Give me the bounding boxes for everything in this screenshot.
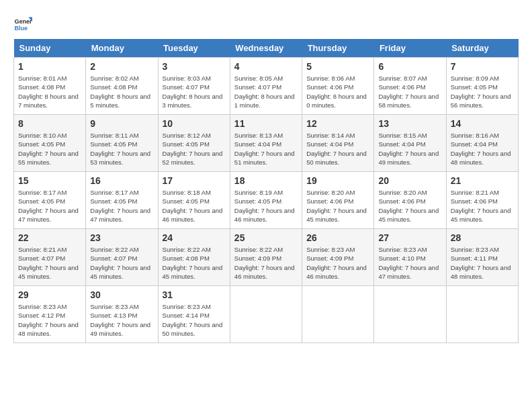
calendar-cell: 11 Sunrise: 8:13 AMSunset: 4:04 PMDaylig… (230, 115, 302, 172)
day-number: 28 (451, 232, 514, 243)
day-number: 19 (306, 175, 369, 186)
calendar-cell: 24 Sunrise: 8:22 AMSunset: 4:08 PMDaylig… (158, 229, 230, 286)
day-info: Sunrise: 8:11 AMSunset: 4:05 PMDaylight:… (90, 131, 153, 167)
day-info: Sunrise: 8:05 AMSunset: 4:07 PMDaylight:… (234, 74, 298, 109)
day-info: Sunrise: 8:21 AMSunset: 4:06 PMDaylight:… (451, 188, 514, 224)
day-info: Sunrise: 8:01 AMSunset: 4:08 PMDaylight:… (18, 74, 81, 109)
calendar-cell (446, 286, 518, 343)
header-monday: Monday (86, 39, 158, 58)
calendar-cell: 29 Sunrise: 8:23 AMSunset: 4:12 PMDaylig… (14, 286, 86, 343)
day-number: 23 (90, 232, 153, 243)
calendar-cell (302, 286, 374, 343)
day-info: Sunrise: 8:23 AMSunset: 4:12 PMDaylight:… (18, 302, 81, 338)
day-info: Sunrise: 8:20 AMSunset: 4:06 PMDaylight:… (306, 188, 369, 224)
day-number: 12 (306, 118, 369, 129)
day-number: 20 (378, 175, 441, 186)
day-number: 8 (18, 118, 81, 129)
calendar-cell: 15 Sunrise: 8:17 AMSunset: 4:05 PMDaylig… (14, 172, 86, 229)
svg-text:Blue: Blue (14, 25, 28, 32)
day-number: 22 (18, 232, 81, 243)
day-info: Sunrise: 8:20 AMSunset: 4:06 PMDaylight:… (378, 188, 441, 224)
calendar-cell: 5 Sunrise: 8:06 AMSunset: 4:06 PMDayligh… (302, 58, 374, 115)
day-info: Sunrise: 8:14 AMSunset: 4:04 PMDaylight:… (306, 131, 369, 167)
calendar-week-4: 22 Sunrise: 8:21 AMSunset: 4:07 PMDaylig… (14, 229, 519, 286)
calendar-week-2: 8 Sunrise: 8:10 AMSunset: 4:05 PMDayligh… (14, 115, 519, 172)
day-info: Sunrise: 8:07 AMSunset: 4:06 PMDaylight:… (378, 74, 441, 109)
day-number: 17 (163, 175, 226, 186)
day-info: Sunrise: 8:15 AMSunset: 4:04 PMDaylight:… (378, 131, 441, 167)
day-info: Sunrise: 8:09 AMSunset: 4:05 PMDaylight:… (451, 74, 514, 109)
day-info: Sunrise: 8:12 AMSunset: 4:05 PMDaylight:… (163, 131, 226, 167)
calendar-cell: 21 Sunrise: 8:21 AMSunset: 4:06 PMDaylig… (446, 172, 518, 229)
calendar-cell: 19 Sunrise: 8:20 AMSunset: 4:06 PMDaylig… (302, 172, 374, 229)
logo: General Blue (13, 13, 32, 32)
calendar-cell: 25 Sunrise: 8:22 AMSunset: 4:09 PMDaylig… (230, 229, 302, 286)
calendar-cell: 12 Sunrise: 8:14 AMSunset: 4:04 PMDaylig… (302, 115, 374, 172)
day-number: 29 (18, 289, 81, 300)
calendar-cell: 2 Sunrise: 8:02 AMSunset: 4:08 PMDayligh… (86, 58, 158, 115)
calendar-cell: 16 Sunrise: 8:17 AMSunset: 4:05 PMDaylig… (86, 172, 158, 229)
day-info: Sunrise: 8:06 AMSunset: 4:06 PMDaylight:… (306, 74, 369, 109)
day-info: Sunrise: 8:22 AMSunset: 4:09 PMDaylight:… (234, 245, 298, 281)
header-thursday: Thursday (302, 39, 374, 58)
day-info: Sunrise: 8:23 AMSunset: 4:09 PMDaylight:… (306, 245, 369, 281)
day-number: 25 (234, 232, 298, 243)
calendar-cell: 18 Sunrise: 8:19 AMSunset: 4:05 PMDaylig… (230, 172, 302, 229)
logo-icon: General Blue (13, 13, 32, 32)
calendar-cell: 4 Sunrise: 8:05 AMSunset: 4:07 PMDayligh… (230, 58, 302, 115)
day-info: Sunrise: 8:17 AMSunset: 4:05 PMDaylight:… (18, 188, 81, 224)
calendar-cell: 8 Sunrise: 8:10 AMSunset: 4:05 PMDayligh… (14, 115, 86, 172)
day-info: Sunrise: 8:02 AMSunset: 4:08 PMDaylight:… (90, 74, 153, 109)
day-number: 26 (306, 232, 369, 243)
day-info: Sunrise: 8:22 AMSunset: 4:07 PMDaylight:… (90, 245, 153, 281)
day-number: 11 (234, 118, 298, 129)
day-number: 4 (234, 61, 298, 72)
day-number: 1 (18, 61, 81, 72)
calendar-cell: 9 Sunrise: 8:11 AMSunset: 4:05 PMDayligh… (86, 115, 158, 172)
calendar-cell: 31 Sunrise: 8:23 AMSunset: 4:14 PMDaylig… (158, 286, 230, 343)
weekday-header-row: Sunday Monday Tuesday Wednesday Thursday… (14, 39, 519, 58)
day-number: 30 (90, 289, 153, 300)
header-tuesday: Tuesday (158, 39, 230, 58)
day-number: 16 (90, 175, 153, 186)
day-number: 7 (451, 61, 514, 72)
calendar-cell: 28 Sunrise: 8:23 AMSunset: 4:11 PMDaylig… (446, 229, 518, 286)
day-info: Sunrise: 8:17 AMSunset: 4:05 PMDaylight:… (90, 188, 153, 224)
calendar-week-3: 15 Sunrise: 8:17 AMSunset: 4:05 PMDaylig… (14, 172, 519, 229)
calendar-cell: 1 Sunrise: 8:01 AMSunset: 4:08 PMDayligh… (14, 58, 86, 115)
day-info: Sunrise: 8:21 AMSunset: 4:07 PMDaylight:… (18, 245, 81, 281)
day-number: 3 (163, 61, 226, 72)
calendar-cell: 17 Sunrise: 8:18 AMSunset: 4:05 PMDaylig… (158, 172, 230, 229)
page-header: General Blue (13, 13, 519, 32)
day-number: 2 (90, 61, 153, 72)
calendar-cell: 10 Sunrise: 8:12 AMSunset: 4:05 PMDaylig… (158, 115, 230, 172)
day-number: 24 (163, 232, 226, 243)
day-number: 5 (306, 61, 369, 72)
day-info: Sunrise: 8:03 AMSunset: 4:07 PMDaylight:… (163, 74, 226, 109)
day-number: 6 (378, 61, 441, 72)
calendar-cell: 20 Sunrise: 8:20 AMSunset: 4:06 PMDaylig… (374, 172, 446, 229)
day-number: 9 (90, 118, 153, 129)
header-sunday: Sunday (14, 39, 86, 58)
calendar-cell: 14 Sunrise: 8:16 AMSunset: 4:04 PMDaylig… (446, 115, 518, 172)
day-info: Sunrise: 8:23 AMSunset: 4:10 PMDaylight:… (378, 245, 441, 281)
day-info: Sunrise: 8:19 AMSunset: 4:05 PMDaylight:… (234, 188, 298, 224)
day-number: 21 (451, 175, 514, 186)
day-info: Sunrise: 8:10 AMSunset: 4:05 PMDaylight:… (18, 131, 81, 167)
calendar-cell: 26 Sunrise: 8:23 AMSunset: 4:09 PMDaylig… (302, 229, 374, 286)
calendar-cell (230, 286, 302, 343)
day-number: 27 (378, 232, 441, 243)
calendar-cell: 27 Sunrise: 8:23 AMSunset: 4:10 PMDaylig… (374, 229, 446, 286)
calendar-cell: 3 Sunrise: 8:03 AMSunset: 4:07 PMDayligh… (158, 58, 230, 115)
day-info: Sunrise: 8:23 AMSunset: 4:14 PMDaylight:… (163, 302, 226, 338)
day-info: Sunrise: 8:23 AMSunset: 4:11 PMDaylight:… (451, 245, 514, 281)
day-number: 15 (18, 175, 81, 186)
calendar-cell: 13 Sunrise: 8:15 AMSunset: 4:04 PMDaylig… (374, 115, 446, 172)
header-friday: Friday (374, 39, 446, 58)
calendar-table: Sunday Monday Tuesday Wednesday Thursday… (13, 39, 519, 343)
calendar-cell: 23 Sunrise: 8:22 AMSunset: 4:07 PMDaylig… (86, 229, 158, 286)
calendar-week-5: 29 Sunrise: 8:23 AMSunset: 4:12 PMDaylig… (14, 286, 519, 343)
calendar-week-1: 1 Sunrise: 8:01 AMSunset: 4:08 PMDayligh… (14, 58, 519, 115)
day-number: 10 (163, 118, 226, 129)
day-info: Sunrise: 8:13 AMSunset: 4:04 PMDaylight:… (234, 131, 298, 167)
